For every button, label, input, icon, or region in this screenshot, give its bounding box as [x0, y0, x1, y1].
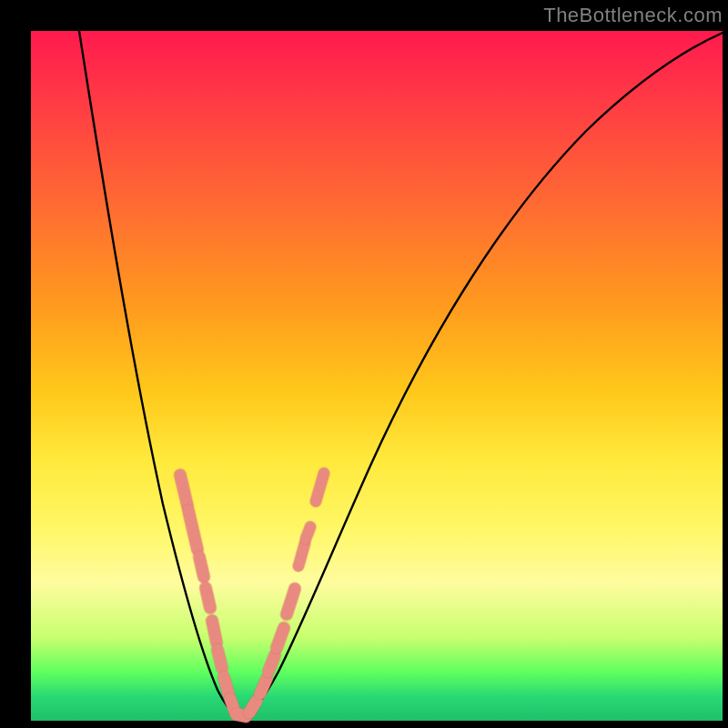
- markers-group: [180, 473, 324, 716]
- marker-capsule: [298, 543, 305, 566]
- marker-capsule: [306, 527, 310, 539]
- marker-capsule: [212, 621, 217, 642]
- marker-capsule: [268, 655, 275, 672]
- watermark-text: TheBottleneck.com: [543, 4, 723, 27]
- marker-capsule: [260, 679, 267, 693]
- marker-capsule: [206, 588, 210, 608]
- marker-capsule: [217, 650, 222, 668]
- curve-layer: [31, 31, 723, 721]
- curve-right-branch: [247, 33, 723, 715]
- marker-capsule: [249, 701, 257, 713]
- marker-capsule: [277, 628, 284, 648]
- marker-capsule: [224, 677, 228, 693]
- plot-area: [31, 31, 723, 721]
- marker-capsule: [180, 475, 187, 506]
- marker-capsule: [199, 557, 204, 577]
- chart-frame: TheBottleneck.com: [0, 0, 728, 728]
- marker-capsule: [287, 589, 295, 614]
